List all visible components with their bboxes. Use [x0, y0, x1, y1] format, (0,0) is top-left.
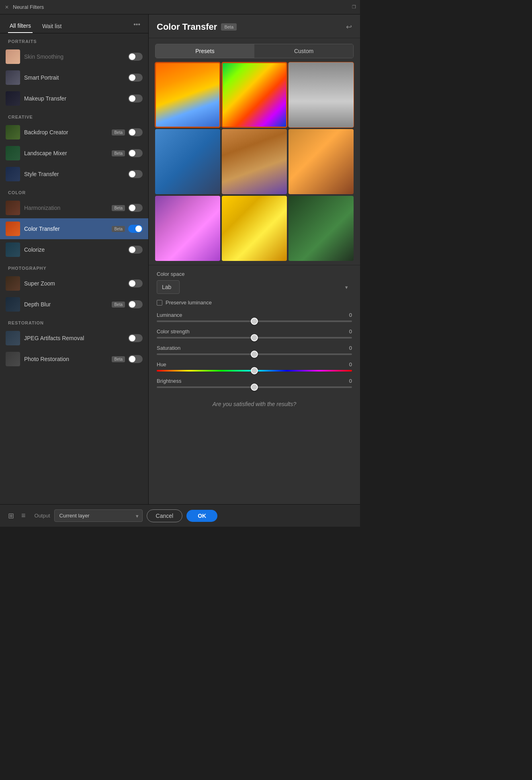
tab-presets[interactable]: Presets — [156, 44, 254, 58]
slider-saturation-track[interactable] — [157, 353, 352, 355]
filter-name-photo-rest: Photo Restoration — [24, 356, 112, 362]
more-options-button[interactable]: ••• — [133, 21, 140, 31]
preset-image-4 — [155, 129, 220, 194]
preset-cell-7[interactable] — [155, 196, 220, 261]
filter-harmonization[interactable]: Harmonization Beta — [0, 197, 148, 218]
filter-style-transfer[interactable]: Style Transfer — [0, 164, 148, 185]
toggle-colorize[interactable] — [128, 246, 143, 254]
cancel-button[interactable]: Cancel — [147, 509, 183, 522]
filter-name-colorize: Colorize — [24, 246, 128, 253]
preset-custom-tabs: Presets Custom — [155, 44, 354, 58]
slider-luminance-header: Luminance 0 — [157, 312, 352, 318]
slider-brightness-header: Brightness 0 — [157, 378, 352, 384]
filter-name-jpeg: JPEG Artifacts Removal — [24, 335, 128, 341]
right-panel: Color Transfer Beta ↩ Presets Custom — [149, 14, 360, 504]
filter-backdrop-creator[interactable]: Backdrop Creator Beta — [0, 122, 148, 143]
filter-photo-restoration[interactable]: Photo Restoration Beta — [0, 349, 148, 369]
preset-cell-5[interactable] — [222, 129, 287, 194]
section-portraits: PORTRAITS — [0, 33, 148, 46]
slider-hue-value: 0 — [349, 361, 352, 367]
filter-skin-smoothing[interactable]: Skin Smoothing — [0, 46, 148, 67]
output-select[interactable]: Current layer New layer Smart filter — [54, 509, 143, 522]
slider-luminance-thumb[interactable] — [251, 318, 258, 325]
filter-name-style: Style Transfer — [24, 171, 128, 177]
toggle-backdrop[interactable] — [128, 128, 143, 136]
toggle-style[interactable] — [128, 170, 143, 178]
filter-name-skin: Skin Smoothing — [24, 53, 128, 60]
panel-icon[interactable]: ⊞ — [6, 510, 16, 522]
preset-cell-2[interactable] — [222, 62, 287, 127]
preset-cell-3[interactable] — [289, 62, 354, 127]
slider-brightness-thumb[interactable] — [251, 384, 258, 391]
output-label: Output — [35, 513, 50, 519]
slider-color-strength-thumb[interactable] — [251, 334, 258, 341]
filter-colorize[interactable]: Colorize — [0, 239, 148, 260]
slider-luminance-value: 0 — [349, 312, 352, 318]
filter-name-color-transfer: Color Transfer — [24, 226, 112, 232]
slider-hue-track[interactable] — [157, 370, 352, 372]
slider-saturation: Saturation 0 — [157, 345, 352, 355]
slider-color-strength-header: Color strength 0 — [157, 328, 352, 335]
toggle-landscape[interactable] — [128, 149, 143, 157]
slider-saturation-name: Saturation — [157, 345, 180, 351]
slider-brightness-track[interactable] — [157, 386, 352, 388]
slider-hue-header: Hue 0 — [157, 361, 352, 367]
preset-image-6 — [289, 129, 354, 194]
tab-all-filters[interactable]: All filters — [8, 19, 33, 33]
filter-landscape-mixer[interactable]: Landscape Mixer Beta — [0, 143, 148, 164]
toggle-color-transfer[interactable] — [128, 225, 143, 233]
slider-brightness-name: Brightness — [157, 378, 181, 384]
satisfaction-text: Are you satisfied with the results? — [157, 394, 352, 411]
toggle-photo-rest[interactable] — [128, 355, 143, 363]
toggle-makeup[interactable] — [128, 94, 143, 103]
badge-landscape: Beta — [112, 150, 125, 156]
preset-cell-6[interactable] — [289, 129, 354, 194]
color-space-select-wrapper: Lab RGB — [157, 280, 352, 294]
slider-hue-thumb[interactable] — [251, 367, 258, 374]
slider-luminance-track[interactable] — [157, 320, 352, 322]
preset-image-9 — [289, 196, 354, 261]
restore-defaults-icon[interactable]: ↩ — [346, 23, 352, 31]
filter-thumb-makeup — [6, 91, 20, 106]
filter-thumb-photo-rest — [6, 352, 20, 366]
toggle-harmonize[interactable] — [128, 204, 143, 212]
slider-brightness-value: 0 — [349, 378, 352, 384]
tabs-bar: All filters Wait list ••• — [0, 14, 148, 33]
filter-makeup-transfer[interactable]: Makeup Transfer — [0, 88, 148, 109]
expand-icon[interactable]: ❐ — [352, 4, 356, 10]
slider-hue-name: Hue — [157, 361, 166, 367]
preserve-luminance-checkbox[interactable] — [157, 300, 162, 306]
ok-button[interactable]: OK — [186, 510, 217, 522]
preset-cell-9[interactable] — [289, 196, 354, 261]
close-button[interactable]: ✕ — [4, 4, 10, 10]
tab-wait-list[interactable]: Wait list — [41, 20, 63, 33]
layers-icon[interactable]: ≡ — [20, 510, 27, 521]
slider-color-strength-track[interactable] — [157, 337, 352, 339]
slider-saturation-thumb[interactable] — [251, 351, 258, 358]
badge-color-transfer: Beta — [112, 226, 125, 232]
slider-saturation-header: Saturation 0 — [157, 345, 352, 351]
toggle-skin[interactable] — [128, 53, 143, 61]
slider-luminance-name: Luminance — [157, 312, 182, 318]
toggle-superzoom[interactable] — [128, 279, 143, 287]
tab-custom[interactable]: Custom — [254, 44, 353, 58]
filter-smart-portrait[interactable]: Smart Portrait — [0, 67, 148, 88]
preset-cell-1[interactable] — [155, 62, 220, 127]
slider-saturation-value: 0 — [349, 345, 352, 351]
preset-cell-4[interactable] — [155, 129, 220, 194]
preset-image-5 — [222, 129, 287, 194]
section-restoration: RESTORATION — [0, 315, 148, 328]
color-space-select[interactable]: Lab RGB — [157, 280, 180, 294]
toggle-smart[interactable] — [128, 74, 143, 82]
filter-jpeg-removal[interactable]: JPEG Artifacts Removal — [0, 328, 148, 349]
badge-photo-rest: Beta — [112, 356, 125, 362]
toggle-depth[interactable] — [128, 300, 143, 308]
badge-backdrop: Beta — [112, 129, 125, 135]
filter-depth-blur[interactable]: Depth Blur Beta — [0, 294, 148, 315]
filter-thumb-color-transfer — [6, 222, 20, 236]
filter-color-transfer[interactable]: Color Transfer Beta — [0, 218, 148, 239]
preset-cell-8[interactable] — [222, 196, 287, 261]
slider-color-strength-name: Color strength — [157, 328, 190, 335]
toggle-jpeg[interactable] — [128, 334, 143, 342]
filter-super-zoom[interactable]: Super Zoom — [0, 273, 148, 294]
